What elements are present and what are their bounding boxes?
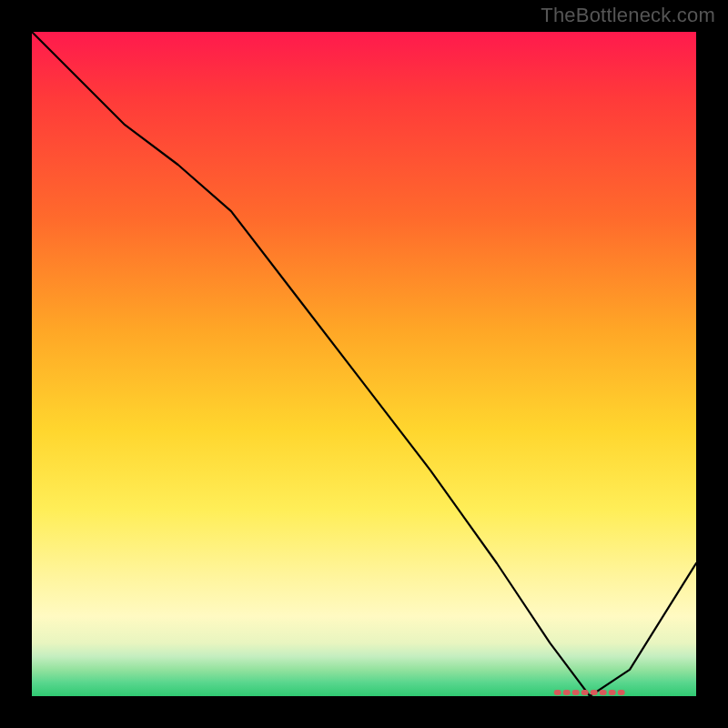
bottleneck-curve-line — [32, 32, 696, 696]
watermark-label: TheBottleneck.com — [541, 4, 715, 27]
chart-wrapper: TheBottleneck.com — [0, 0, 728, 728]
plot-area — [32, 32, 696, 696]
chart-overlay — [32, 32, 696, 696]
